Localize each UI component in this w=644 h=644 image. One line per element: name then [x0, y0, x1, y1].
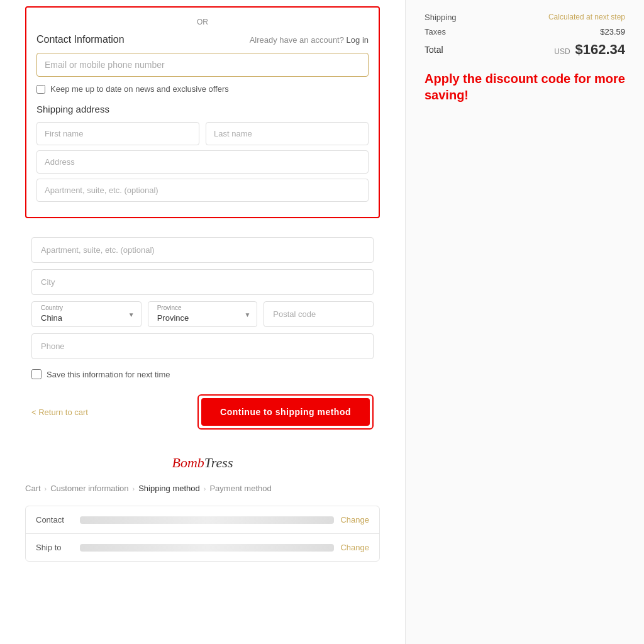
- phone-input[interactable]: [31, 333, 374, 359]
- breadcrumb-shipping-method[interactable]: Shipping method: [138, 484, 200, 493]
- shipping-label: Shipping: [425, 13, 457, 22]
- usd-label: USD: [554, 47, 570, 56]
- breadcrumb-chevron-2: ›: [133, 485, 135, 492]
- email-input[interactable]: [36, 53, 369, 77]
- breadcrumb-cart[interactable]: Cart: [25, 484, 41, 493]
- contact-row-label: Contact: [36, 515, 80, 525]
- province-select-wrapper: Province Province ▼: [148, 301, 258, 327]
- country-select-wrapper: Country China ▼: [31, 301, 142, 327]
- contact-info-title: Contact Information Already have an acco…: [36, 34, 369, 45]
- province-label: Province: [157, 304, 182, 311]
- address-input[interactable]: [36, 150, 369, 174]
- taxes-line: Taxes $23.59: [425, 27, 625, 36]
- contact-value-placeholder: [80, 516, 334, 524]
- continue-btn-wrapper: Continue to shipping method: [197, 394, 374, 430]
- return-to-cart-link[interactable]: < Return to cart: [31, 408, 88, 417]
- last-name-input[interactable]: [206, 122, 369, 145]
- city-input[interactable]: [31, 269, 374, 295]
- newsletter-label: Keep me up to date on news and exclusive…: [50, 84, 229, 94]
- newsletter-row: Keep me up to date on news and exclusive…: [36, 84, 369, 94]
- total-line: Total USD $162.34: [425, 42, 625, 58]
- or-divider: OR: [36, 18, 369, 26]
- ship-to-change-link[interactable]: Change: [340, 543, 369, 552]
- first-name-input[interactable]: [36, 122, 199, 145]
- breadcrumb-payment-method: Payment method: [209, 484, 271, 493]
- continue-to-shipping-button[interactable]: Continue to shipping method: [201, 398, 370, 426]
- brand-logo: BombTress: [25, 455, 380, 471]
- breadcrumb: Cart › Customer information › Shipping m…: [25, 484, 380, 493]
- brand-tress: Tress: [204, 455, 233, 470]
- country-province-row: Country China ▼ Province Province ▼: [31, 301, 374, 327]
- save-info-checkbox[interactable]: [31, 369, 42, 379]
- log-in-link[interactable]: Log in: [347, 35, 369, 45]
- brand-bomb: Bomb: [172, 455, 204, 470]
- ship-to-label: Ship to: [36, 543, 80, 552]
- already-account-text: Already have an account? Log in: [250, 35, 369, 45]
- apt-input-lower[interactable]: [31, 237, 374, 263]
- breadcrumb-chevron-3: ›: [204, 485, 206, 492]
- apt-input-top[interactable]: [36, 179, 369, 202]
- order-summary: Shipping Calculated at next step Taxes $…: [405, 0, 644, 644]
- country-label: Country: [41, 304, 63, 311]
- ship-to-value-placeholder: [80, 544, 334, 552]
- total-amount-wrapper: USD $162.34: [554, 42, 625, 58]
- save-info-row: Save this information for next time: [31, 369, 374, 379]
- taxes-label: Taxes: [425, 27, 446, 36]
- contact-info-section: OR Contact Information Already have an a…: [25, 6, 380, 218]
- postal-code-input[interactable]: [264, 302, 373, 326]
- contact-change-link[interactable]: Change: [340, 515, 369, 525]
- total-amount: $162.34: [575, 42, 625, 57]
- action-row: < Return to cart Continue to shipping me…: [31, 394, 374, 430]
- total-label: Total: [425, 45, 443, 55]
- breadcrumb-customer-info[interactable]: Customer information: [50, 484, 128, 493]
- lower-form: Country China ▼ Province Province ▼: [25, 237, 380, 430]
- shipping-value: Calculated at next step: [548, 13, 625, 22]
- shipping-address-title: Shipping address: [36, 104, 369, 114]
- shipping-line: Shipping Calculated at next step: [425, 13, 625, 22]
- save-info-label: Save this information for next time: [47, 370, 170, 379]
- postal-wrapper: [264, 301, 374, 327]
- name-row: [36, 122, 369, 145]
- contact-info-row: Contact Change: [26, 506, 379, 534]
- discount-message: Apply the discount code for more saving!: [425, 70, 625, 103]
- ship-to-row: Ship to Change: [26, 534, 379, 561]
- breadcrumb-chevron-1: ›: [45, 485, 47, 492]
- taxes-value: $23.59: [600, 27, 625, 36]
- info-section: Contact Change Ship to Change: [25, 506, 380, 562]
- newsletter-checkbox[interactable]: [36, 85, 45, 94]
